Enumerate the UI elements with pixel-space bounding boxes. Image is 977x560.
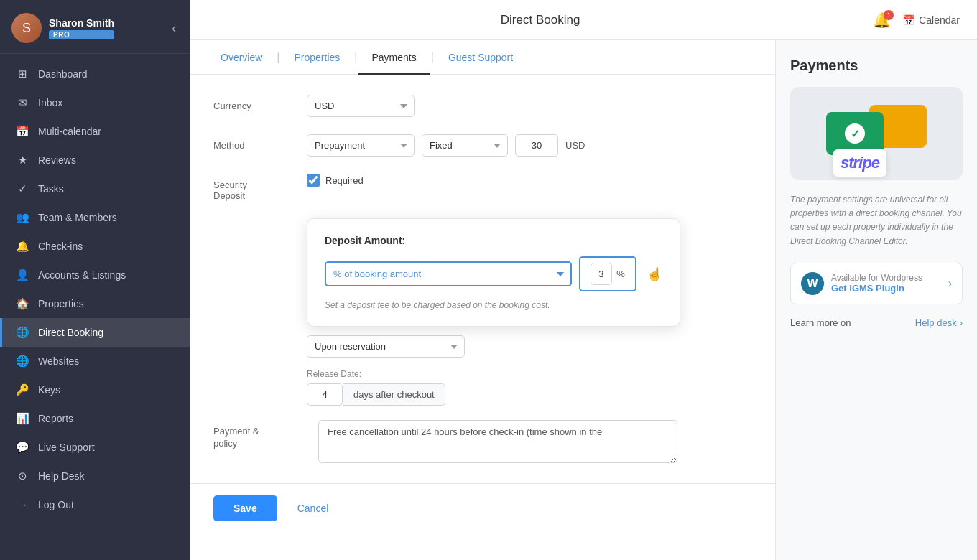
- top-bar-actions: 🔔 1 📅 Calendar: [873, 11, 960, 29]
- security-deposit-label: SecurityDeposit: [213, 174, 307, 201]
- inbox-icon: ✉: [15, 96, 29, 109]
- sidebar-item-label: Keys: [38, 384, 60, 396]
- deposit-percent-symbol: %: [616, 269, 625, 279]
- sidebar-item-inbox[interactable]: ✉ Inbox: [0, 88, 190, 117]
- security-deposit-row: SecurityDeposit Required: [213, 174, 752, 201]
- tasks-icon: ✓: [15, 182, 29, 195]
- cursor-hand-icon: ☝: [647, 266, 662, 282]
- charge-when-select[interactable]: Upon reservation At check-in At check-ou…: [307, 335, 465, 358]
- sidebar-item-dashboard[interactable]: ⊞ Dashboard: [0, 60, 190, 88]
- learn-more-row: Learn more on Help desk ›: [790, 317, 963, 328]
- save-button[interactable]: Save: [213, 495, 277, 521]
- release-suffix: days after checkout: [343, 383, 445, 406]
- properties-icon: 🏠: [15, 297, 29, 310]
- release-date-row: Release Date: days after checkout: [307, 369, 752, 406]
- sidebar-item-label: Reports: [38, 413, 73, 424]
- deposit-hint: Set a deposit fee to be charged based on…: [325, 300, 662, 310]
- sidebar-item-label: Tasks: [38, 183, 64, 195]
- right-panel: Payments ✓ stripe The payment settings a…: [776, 40, 977, 560]
- required-label: Required: [325, 175, 364, 186]
- sidebar-item-reviews[interactable]: ★ Reviews: [0, 146, 190, 174]
- sidebar-item-label: Check-ins: [38, 241, 83, 252]
- sidebar-item-help-desk[interactable]: ⊙ Help Desk: [0, 462, 190, 490]
- calendar-icon: 📅: [902, 14, 915, 26]
- sidebar-item-label: Log Out: [38, 499, 74, 510]
- chevron-right-icon: ›: [948, 277, 952, 290]
- amount-input[interactable]: [515, 134, 558, 157]
- content-main: Overview | Properties | Payments | Guest…: [190, 40, 776, 560]
- help-desk-link[interactable]: Help desk ›: [915, 317, 963, 328]
- deposit-type-select[interactable]: % of booking amount Fixed amount: [325, 261, 572, 286]
- wordpress-label: Available for Wordpress: [831, 273, 922, 283]
- release-date-label: Release Date:: [307, 369, 752, 379]
- sidebar-item-label: Direct Booking: [38, 327, 103, 338]
- sidebar-item-check-ins[interactable]: 🔔 Check-ins: [0, 232, 190, 261]
- sidebar-item-label: Accounts & Listings: [38, 269, 126, 281]
- sidebar-item-reports[interactable]: 📊 Reports: [0, 404, 190, 433]
- content-area: Overview | Properties | Payments | Guest…: [190, 40, 977, 560]
- support-icon: 💬: [15, 441, 29, 454]
- stripe-graphic: ✓ stripe: [790, 87, 963, 180]
- method-label: Method: [213, 134, 307, 151]
- deposit-amount-input[interactable]: [591, 263, 612, 285]
- reports-icon: 📊: [15, 412, 29, 425]
- cancel-button[interactable]: Cancel: [286, 495, 341, 521]
- sidebar-item-multi-calendar[interactable]: 📅 Multi-calendar: [0, 117, 190, 146]
- required-checkbox-row: Required: [307, 174, 364, 187]
- star-icon: ★: [15, 154, 29, 167]
- wordpress-plugin-link[interactable]: Get iGMS Plugin: [831, 283, 922, 294]
- sidebar-item-websites[interactable]: 🌐 Websites: [0, 347, 190, 375]
- sidebar-item-label: Help Desk: [38, 470, 85, 482]
- keys-icon: 🔑: [15, 383, 29, 396]
- amount-currency-label: USD: [565, 140, 585, 151]
- learn-label: Learn more on: [790, 317, 851, 328]
- wordpress-left: W Available for Wordpress Get iGMS Plugi…: [801, 272, 922, 295]
- sidebar-collapse-button[interactable]: ‹: [169, 18, 179, 39]
- charge-when-row: Upon reservation At check-in At check-ou…: [307, 335, 752, 358]
- payment-policy-row: Payment &policy Free cancellation until …: [213, 420, 752, 463]
- sidebar-item-direct-booking[interactable]: 🌐 Direct Booking: [0, 318, 190, 347]
- sidebar-item-live-support[interactable]: 💬 Live Support: [0, 433, 190, 462]
- sidebar-item-label: Properties: [38, 298, 84, 309]
- tabs-bar: Overview | Properties | Payments | Guest…: [190, 40, 775, 75]
- tab-properties[interactable]: Properties: [282, 40, 353, 75]
- type-select[interactable]: Fixed Percentage: [422, 134, 508, 157]
- method-select[interactable]: Prepayment Full payment: [307, 134, 415, 157]
- sidebar-item-accounts-listings[interactable]: 👤 Accounts & Listings: [0, 261, 190, 289]
- notification-button[interactable]: 🔔 1: [873, 11, 891, 29]
- sidebar-item-team-members[interactable]: 👥 Team & Members: [0, 203, 190, 232]
- deposit-title: Deposit Amount:: [325, 235, 662, 246]
- payment-policy-textarea[interactable]: Free cancellation until 24 hours before …: [318, 420, 677, 463]
- sidebar-item-label: Multi-calendar: [38, 126, 101, 137]
- calendar-button[interactable]: 📅 Calendar: [902, 14, 960, 26]
- sidebar-item-properties[interactable]: 🏠 Properties: [0, 289, 190, 318]
- release-controls: days after checkout: [307, 383, 752, 406]
- page-title: Direct Booking: [501, 13, 580, 27]
- tab-payments[interactable]: Payments: [358, 40, 429, 75]
- security-deposit-controls: Required: [307, 174, 752, 187]
- release-date-input[interactable]: [307, 383, 343, 406]
- sidebar-item-keys[interactable]: 🔑 Keys: [0, 375, 190, 404]
- logout-icon: →: [15, 498, 29, 510]
- sidebar-user-info: Sharon Smith PRO: [49, 17, 114, 39]
- help-icon: ⊙: [15, 470, 29, 482]
- method-controls: Prepayment Full payment Fixed Percentage…: [307, 134, 752, 157]
- required-checkbox[interactable]: [307, 174, 320, 187]
- tab-guest-support[interactable]: Guest Support: [435, 40, 526, 75]
- stripe-cards: ✓ stripe: [826, 98, 927, 169]
- form-content: Currency USD EUR GBP Method Prepay: [190, 75, 775, 483]
- deposit-amount-box: %: [579, 256, 636, 291]
- sidebar-pro-badge: PRO: [49, 30, 114, 39]
- websites-icon: 🌐: [15, 355, 29, 368]
- wordpress-icon: W: [801, 272, 824, 295]
- sidebar-item-tasks[interactable]: ✓ Tasks: [0, 174, 190, 203]
- team-icon: 👥: [15, 211, 29, 224]
- action-bar: Save Cancel: [190, 483, 775, 533]
- sidebar-item-label: Reviews: [38, 154, 76, 166]
- tab-overview[interactable]: Overview: [208, 40, 275, 75]
- currency-select[interactable]: USD EUR GBP: [307, 95, 415, 117]
- sidebar-item-label: Live Support: [38, 442, 95, 453]
- notification-badge: 1: [884, 10, 894, 20]
- stripe-logo: stripe: [833, 149, 886, 177]
- sidebar-item-log-out[interactable]: → Log Out: [0, 490, 190, 518]
